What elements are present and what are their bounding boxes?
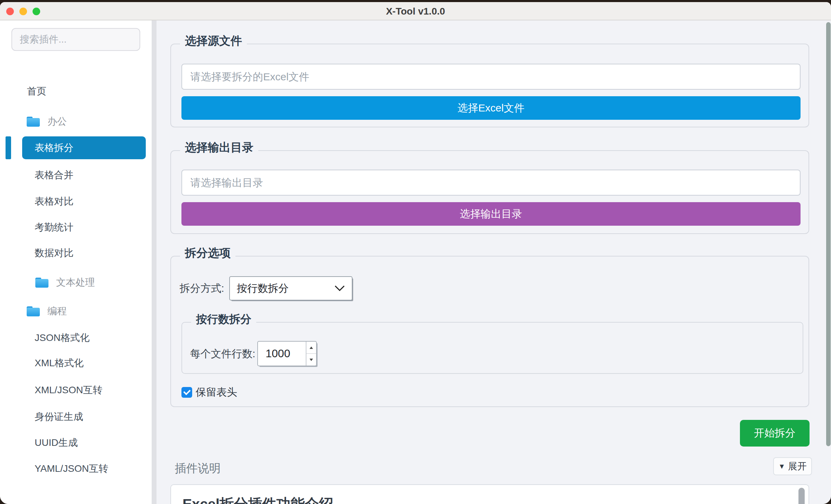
sidebar-item-table-split[interactable]: 表格拆分 [22,136,146,159]
split-mode-label: 拆分方式: [180,276,224,300]
plugin-notes-panel: Excel拆分插件功能介绍 [170,484,809,504]
sidebar-item-data-compare[interactable]: 数据对比 [0,242,152,264]
main-content: 选择源文件 选择Excel文件 选择输出目录 选择输出目录 拆分选项 拆分方式:… [157,20,831,504]
keep-header-checkbox[interactable]: 保留表头 [181,385,237,399]
spinner-controls [306,342,316,366]
spinner-up-button[interactable] [306,342,316,354]
start-split-button[interactable]: 开始拆分 [740,420,810,447]
app-window: X-Tool v1.0.0 首页 办公 表格拆分 表格合并 表格对比 考勤统计 … [0,2,831,504]
sidebar-item-xml-format[interactable]: XML格式化 [0,352,152,375]
panel-scrollbar[interactable] [798,488,805,504]
folder-icon [27,306,40,316]
rows-per-file-value: 1000 [258,342,306,366]
rows-per-file-label: 每个文件行数: [190,341,255,366]
titlebar: X-Tool v1.0.0 [0,2,831,20]
sidebar-folder-programming[interactable]: 编程 [0,300,152,323]
triangle-down-icon: ▼ [778,462,785,470]
sidebar-item-table-compare[interactable]: 表格对比 [0,190,152,213]
output-dir-group-title: 选择输出目录 [180,141,258,154]
keep-header-label: 保留表头 [196,385,237,399]
split-options-group-title: 拆分选项 [180,246,235,260]
folder-icon [35,278,48,288]
rows-split-group-title: 按行数拆分 [191,312,256,326]
expand-label: 展开 [788,460,807,472]
output-dir-input[interactable] [181,170,801,196]
split-mode-value: 按行数拆分 [237,281,334,296]
window-title: X-Tool v1.0.0 [0,2,831,20]
sidebar-item-uuid-generator[interactable]: UUID生成 [0,431,152,454]
source-file-group: 选择源文件 选择Excel文件 [170,44,809,127]
window-scrollbar[interactable] [826,22,831,446]
spinner-down-icon [310,359,313,361]
sidebar-folder-office[interactable]: 办公 [0,110,152,133]
selected-indicator-bar [6,136,11,159]
split-options-group: 拆分选项 拆分方式: 按行数拆分 按行数拆分 每个文件行数: 1000 [170,256,809,407]
search-input[interactable] [11,28,140,51]
sidebar-folder-text-processing[interactable]: 文本处理 [0,271,152,294]
select-output-dir-button[interactable]: 选择输出目录 [181,202,801,226]
panel-heading: Excel拆分插件功能介绍 [182,495,333,504]
rows-per-file-input[interactable]: 1000 [257,341,317,366]
rows-split-group: 按行数拆分 每个文件行数: 1000 [181,322,803,374]
folder-icon [27,117,40,127]
sidebar-item-attendance-stats[interactable]: 考勤统计 [0,216,152,239]
source-file-group-title: 选择源文件 [180,34,247,48]
sidebar-item-yaml-json-convert[interactable]: YAML/JSON互转 [0,457,152,480]
sidebar-item-json-format[interactable]: JSON格式化 [0,326,152,349]
select-excel-button[interactable]: 选择Excel文件 [181,96,801,120]
plugin-notes-title: 插件说明 [175,461,221,476]
split-mode-select[interactable]: 按行数拆分 [229,276,352,300]
expand-button[interactable]: ▼ 展开 [773,457,812,475]
sidebar-item-xml-json-convert[interactable]: XML/JSON互转 [0,379,152,402]
sidebar-item-table-merge[interactable]: 表格合并 [0,164,152,187]
spinner-up-icon [310,346,313,349]
sidebar-divider [152,20,157,504]
sidebar: 首页 办公 表格拆分 表格合并 表格对比 考勤统计 数据对比 文本处理 编程 [0,20,152,504]
sidebar-item-id-generator[interactable]: 身份证生成 [0,405,152,428]
source-file-input[interactable] [181,64,801,90]
output-dir-group: 选择输出目录 选择输出目录 [170,150,809,234]
chevron-down-icon [334,285,345,291]
spinner-down-button[interactable] [306,354,316,366]
sidebar-item-home[interactable]: 首页 [0,80,152,103]
checkbox-checked-icon [181,387,192,398]
